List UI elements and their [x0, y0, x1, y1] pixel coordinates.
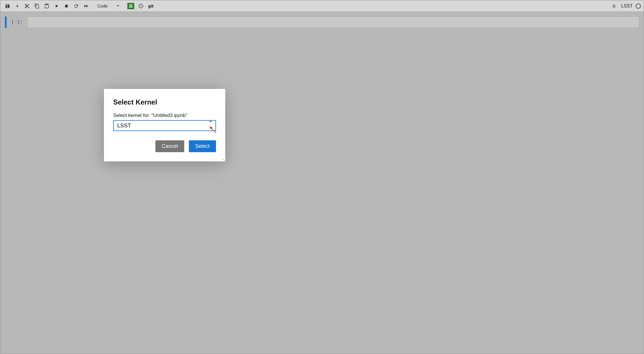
chevron-down-icon [209, 121, 212, 128]
select-kernel-dialog: Select Kernel Select kernel for: "Untitl… [104, 89, 225, 161]
modal-overlay: Select Kernel Select kernel for: "Untitl… [0, 0, 644, 354]
dialog-buttons: Cancel Select [113, 140, 216, 152]
dialog-label: Select kernel for: "Untitled3.ipynb" [113, 113, 216, 118]
selected-kernel-label: LSST [117, 122, 131, 129]
select-button[interactable]: Select [189, 140, 216, 152]
resize-handle-icon [221, 157, 225, 161]
cancel-button[interactable]: Cancel [155, 140, 184, 152]
dropdown-chevron [209, 122, 212, 129]
kernel-select-dropdown[interactable]: LSST [113, 120, 216, 131]
dialog-title: Select Kernel [113, 98, 216, 106]
